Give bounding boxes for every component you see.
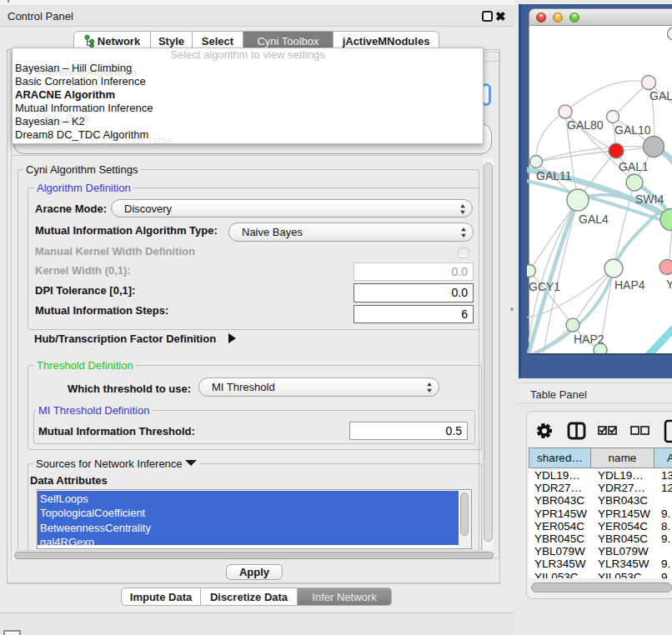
svg-text:GAL80: GAL80 (567, 118, 604, 132)
svg-text:GAL: GAL (649, 89, 672, 102)
svg-text:GAL11: GAL11 (536, 169, 572, 182)
svg-text:SWI4: SWI4 (635, 192, 664, 206)
svg-text:HAP2: HAP2 (574, 332, 604, 346)
svg-text:GCY1: GCY1 (529, 280, 560, 293)
svg-text:Y: Y (666, 278, 672, 291)
svg-text:GAL10: GAL10 (614, 123, 651, 137)
svg-text:HAP4: HAP4 (614, 278, 645, 292)
svg-text:GAL1: GAL1 (619, 160, 649, 173)
svg-text:GAL4: GAL4 (579, 212, 609, 226)
